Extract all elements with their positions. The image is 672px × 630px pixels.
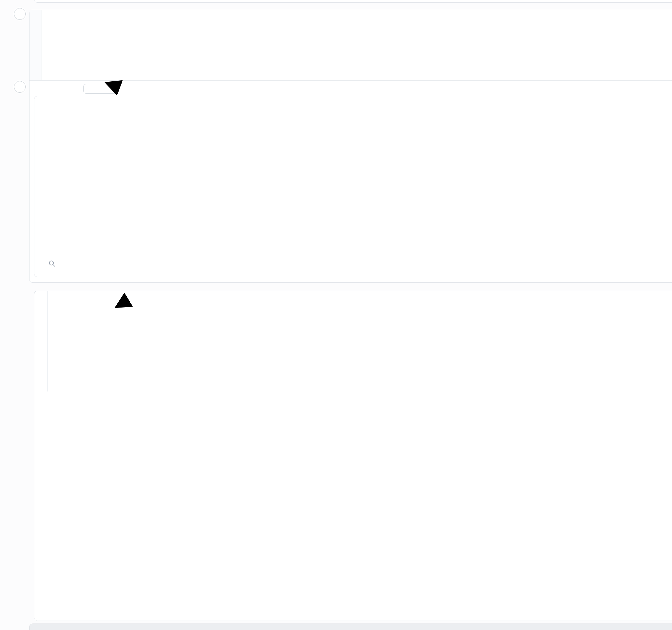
result-table-card — [34, 96, 672, 277]
add-cell-button-top[interactable] — [14, 8, 26, 20]
cell-output-divider — [29, 80, 672, 81]
active-line-highlight — [29, 12, 672, 19]
previous-cell-edge — [34, 0, 672, 3]
python-gutter-divider — [47, 291, 48, 391]
add-cell-button-output[interactable] — [14, 81, 26, 93]
output-variable-pill[interactable] — [83, 84, 118, 94]
notebook-canvas — [0, 0, 672, 630]
sql-gutter — [29, 10, 41, 80]
sql-gutter-divider — [41, 10, 42, 80]
search-icon[interactable] — [49, 260, 56, 267]
python-cell-panel — [34, 291, 672, 621]
next-cell-edge — [29, 624, 672, 630]
